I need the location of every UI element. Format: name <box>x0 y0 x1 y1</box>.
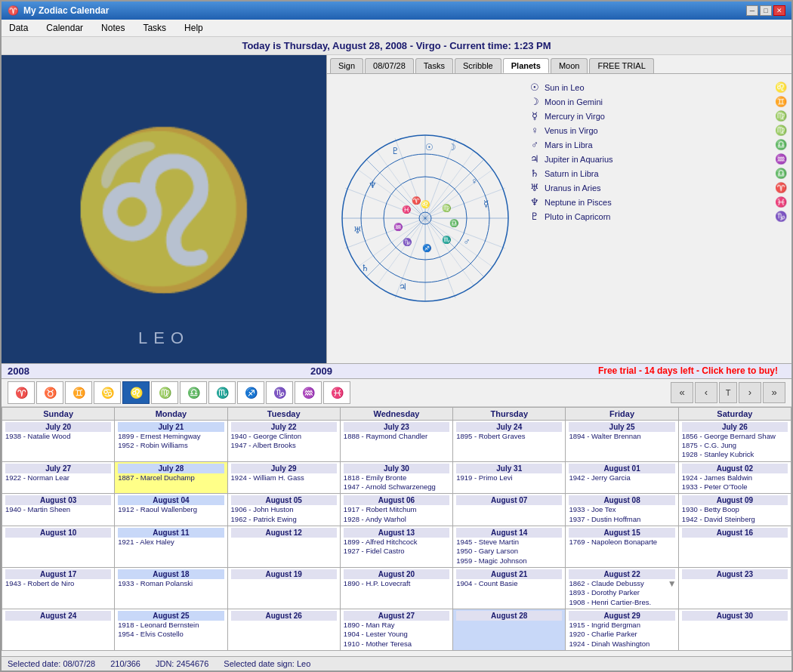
cal-cell[interactable]: August 01 1942 - Jerry Garcia <box>566 461 678 494</box>
nav-prev[interactable]: ‹ <box>695 382 717 403</box>
nav-text[interactable]: T <box>719 382 737 403</box>
close-button[interactable]: ✕ <box>773 5 785 16</box>
menu-help[interactable]: Help <box>180 21 208 35</box>
titlebar: ♈ My Zodiac Calendar ─ □ ✕ <box>2 2 791 20</box>
cal-cell[interactable]: August 15 1769 - Napoleon Bonaparte <box>566 526 678 567</box>
cal-cell[interactable]: August 22 1862 - Claude Debussy1893 - Do… <box>566 567 678 609</box>
menu-calendar[interactable]: Calendar <box>42 21 88 35</box>
zodiac-capricorn[interactable]: ♑ <box>266 381 293 404</box>
cal-cell[interactable]: August 04 1912 - Raoul Wallenberg <box>115 494 227 526</box>
tab-moon[interactable]: Moon <box>551 58 588 73</box>
cal-cell[interactable]: August 26 <box>227 609 340 650</box>
cal-cell[interactable]: August 10 <box>2 526 115 567</box>
cell-events: 1818 - Emily Bronte1947 - Arnold Schwarz… <box>344 473 449 492</box>
tab-date[interactable]: 08/07/28 <box>365 58 414 73</box>
cal-cell[interactable]: August 09 1930 - Betty Boop1942 - David … <box>678 494 791 526</box>
minimize-button[interactable]: ─ <box>746 5 758 16</box>
cell-events: 1940 - George Clinton1947 - Albert Brook… <box>231 432 337 451</box>
cal-cell[interactable]: July 21 1899 - Ernest Hemingway1952 - Ro… <box>115 420 227 461</box>
cal-cell-highlighted[interactable]: July 28 1887 - Marcel Duchamp <box>115 461 227 494</box>
cal-cell[interactable]: July 30 1818 - Emily Bronte1947 - Arnold… <box>340 461 452 494</box>
cal-cell[interactable]: August 25 1918 - Leonard Bernstein1954 -… <box>115 609 227 650</box>
selected-date: Selected date: 08/07/28 <box>8 659 95 668</box>
cal-cell[interactable]: July 27 1922 - Norman Lear <box>2 461 115 494</box>
svg-text:♑: ♑ <box>403 237 412 247</box>
cal-row-6: August 24 August 25 1918 - Leonard Berns… <box>2 609 791 650</box>
cal-cell[interactable]: August 29 1915 - Ingrid Bergman1920 - Ch… <box>566 609 678 650</box>
leo-sign-symbol: ♌ <box>69 134 258 285</box>
zodiac-pisces[interactable]: ♓ <box>323 381 350 404</box>
tab-tasks[interactable]: Tasks <box>415 58 453 73</box>
cal-cell[interactable]: August 30 <box>678 609 791 650</box>
svg-text:♒: ♒ <box>393 222 403 232</box>
date-label: August 13 <box>344 528 449 538</box>
planet-row-saturn: ♄ Saturn in Libra ♎ <box>528 168 787 179</box>
date-label: August 17 <box>5 569 111 579</box>
date-label: August 12 <box>231 528 337 538</box>
cal-cell[interactable]: August 24 <box>2 609 115 650</box>
zodiac-aries[interactable]: ♈ <box>8 381 35 404</box>
cal-cell[interactable]: August 13 1899 - Alfred Hitchcock1927 - … <box>340 526 452 567</box>
col-sunday: Sunday <box>2 407 115 420</box>
cal-cell[interactable]: July 29 1924 - William H. Gass <box>227 461 340 494</box>
menu-notes[interactable]: Notes <box>97 21 129 35</box>
cal-cell[interactable]: August 14 1945 - Steve Martin1950 - Gary… <box>453 526 566 567</box>
nav-last[interactable]: » <box>763 382 785 403</box>
nav-next[interactable]: › <box>739 382 761 403</box>
cal-cell[interactable]: July 26 1856 - George Bernard Shaw1875 -… <box>678 420 791 461</box>
cal-cell[interactable]: August 12 <box>227 526 340 567</box>
cal-cell[interactable]: July 23 1888 - Raymond Chandler <box>340 420 452 461</box>
cal-cell[interactable]: August 03 1940 - Martin Sheen <box>2 494 115 526</box>
cal-cell[interactable]: July 22 1940 - George Clinton1947 - Albe… <box>227 420 340 461</box>
cal-cell[interactable]: July 25 1894 - Walter Brennan <box>566 420 678 461</box>
app-icon: ♈ <box>8 5 19 16</box>
menu-data[interactable]: Data <box>5 21 32 35</box>
chart-area: ☉ ♀ ☿ ♂ ♃ ♄ ♅ ♆ ♇ ☽ ♌ ♍ ♎ <box>327 74 523 363</box>
zodiac-gemini[interactable]: ♊ <box>65 381 92 404</box>
zodiac-aquarius[interactable]: ♒ <box>295 381 322 404</box>
zodiac-virgo[interactable]: ♍ <box>151 381 178 404</box>
tab-freetrial[interactable]: FREE TRIAL <box>589 58 653 73</box>
zodiac-leo[interactable]: ♌ <box>122 381 150 404</box>
tab-scribble[interactable]: Scribble <box>455 58 501 73</box>
zodiac-scorpio[interactable]: ♏ <box>208 381 236 404</box>
date-label: August 14 <box>456 528 562 538</box>
scroll-indicator[interactable]: ▼ <box>668 578 677 589</box>
nav-first[interactable]: « <box>671 382 693 403</box>
cal-cell-selected[interactable]: August 28 <box>453 609 566 650</box>
cal-cell[interactable]: August 05 1906 - John Huston1962 - Patri… <box>227 494 340 526</box>
zodiac-taurus[interactable]: ♉ <box>36 381 63 404</box>
cal-cell[interactable]: August 17 1943 - Robert de Niro <box>2 567 115 609</box>
cal-cell[interactable]: July 24 1895 - Robert Graves <box>453 420 566 461</box>
zodiac-libra[interactable]: ♎ <box>180 381 207 404</box>
cal-cell[interactable]: August 07 <box>453 494 566 526</box>
cell-events: 1915 - Ingrid Bergman1920 - Charlie Park… <box>569 621 674 649</box>
zodiac-sagittarius[interactable]: ♐ <box>237 381 264 404</box>
cal-cell[interactable]: August 02 1924 - James Baldwin1933 - Pet… <box>678 461 791 494</box>
app-title: My Zodiac Calendar <box>23 5 109 16</box>
trial-notice[interactable]: Free trial - 14 days left - Click here t… <box>598 365 778 376</box>
tab-sign[interactable]: Sign <box>330 58 363 73</box>
cal-cell[interactable]: July 20 1938 - Natalie Wood <box>2 420 115 461</box>
cal-cell[interactable]: August 20 1890 - H.P. Lovecraft <box>340 567 452 609</box>
cal-cell[interactable]: August 18 1933 - Roman Polanski <box>115 567 227 609</box>
menu-tasks[interactable]: Tasks <box>138 21 171 35</box>
tab-planets[interactable]: Planets <box>503 58 549 73</box>
cal-cell[interactable]: July 31 1919 - Primo Levi <box>453 461 566 494</box>
cal-cell[interactable]: August 19 <box>227 567 340 609</box>
cell-events: 1769 - Napoleon Bonaparte <box>569 538 674 547</box>
cal-cell[interactable]: August 23 <box>678 567 791 609</box>
date-label: July 31 <box>456 464 562 473</box>
planets-panel: ☉ ♀ ☿ ♂ ♃ ♄ ♅ ♆ ♇ ☽ ♌ ♍ ♎ <box>327 74 791 363</box>
cal-cell[interactable]: August 27 1890 - Man Ray1904 - Lester Yo… <box>340 609 452 650</box>
cal-cell[interactable]: August 21 1904 - Count Basie <box>453 567 566 609</box>
cell-events: 1930 - Betty Boop1942 - David Steinberg <box>682 505 788 524</box>
cal-cell[interactable]: August 11 1921 - Alex Haley <box>115 526 227 567</box>
cal-cell[interactable]: August 08 1933 - Joe Tex1937 - Dustin Ho… <box>566 494 678 526</box>
maximize-button[interactable]: □ <box>760 5 772 16</box>
jupiter-sign-symbol: ♒ <box>775 153 787 165</box>
cal-cell[interactable]: August 16 <box>678 526 791 567</box>
zodiac-cancer[interactable]: ♋ <box>94 381 121 404</box>
col-friday: Friday <box>566 407 678 420</box>
cal-cell[interactable]: August 06 1917 - Robert Mitchum1928 - An… <box>340 494 452 526</box>
